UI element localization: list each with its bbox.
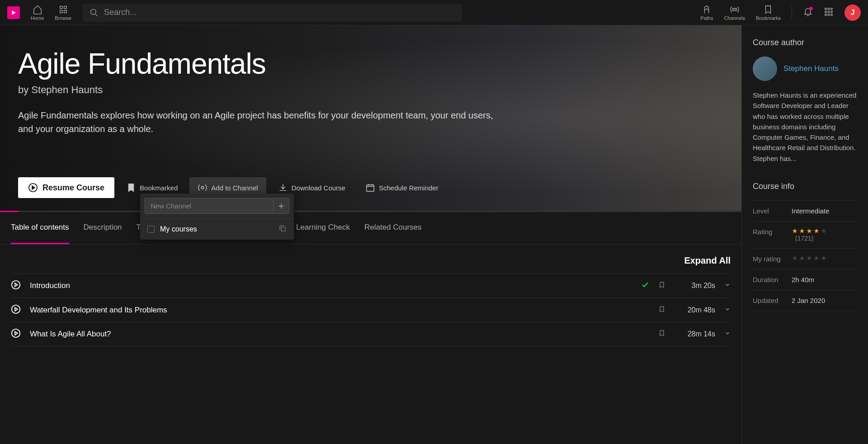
info-value: 2 Jan 2020 [792,297,825,304]
author-avatar[interactable] [753,57,777,81]
nav-browse-label: Browse [55,15,71,21]
toc-row[interactable]: Waterfall Development and Its Problems 2… [11,298,731,322]
svg-point-14 [12,280,20,288]
svg-point-7 [831,11,833,13]
notifications-button[interactable] [803,7,813,19]
bookmark-icon[interactable] [658,280,665,291]
search-icon [90,8,99,17]
toc-row[interactable]: Introduction 3m 20s [11,273,731,298]
info-value: 2h 40m [792,276,814,283]
resume-button[interactable]: Resume Course [18,177,114,198]
play-icon [11,328,21,340]
info-label: Level [753,207,792,215]
svg-point-9 [828,14,830,15]
user-avatar[interactable]: J [844,5,861,21]
channel-item-label: My courses [160,225,197,233]
schedule-label: Schedule Reminder [379,184,439,192]
info-value[interactable] [792,255,827,263]
nav-channels[interactable]: Channels [724,5,745,21]
svg-point-10 [831,14,833,15]
info-myrating: My rating [753,248,857,269]
expand-all-button[interactable]: Expand All [11,245,731,273]
toc-title: What Is Agile All About? [30,330,649,339]
copy-icon[interactable] [278,224,287,234]
author-bio: Stephen Haunts is an experienced Softwar… [753,90,857,164]
svg-point-5 [825,11,827,13]
logo[interactable] [7,6,20,19]
info-label: Rating [753,228,792,242]
apps-button[interactable] [824,7,834,19]
toc-duration: 28m 14s [675,330,715,338]
bookmark-icon[interactable] [658,329,665,340]
info-label: My rating [753,255,792,263]
channel-icon [198,183,208,193]
course-byline: by Stephen Haunts [18,84,723,96]
svg-point-2 [825,8,827,9]
tab-description[interactable]: Description [84,212,122,244]
rating-stars [792,228,827,234]
search-box[interactable] [82,4,462,22]
nav-home[interactable]: Home [31,5,44,21]
my-rating-stars[interactable] [792,255,827,261]
schedule-action[interactable]: Schedule Reminder [357,177,447,198]
svg-point-4 [831,8,833,9]
info-label: Duration [753,276,792,283]
bookmarked-label: Bookmarked [140,184,178,192]
svg-point-8 [825,14,827,15]
nav-bookmarks[interactable]: Bookmarks [756,5,781,21]
nav-browse[interactable]: Browse [55,5,71,21]
svg-point-6 [828,11,830,13]
author-name-link[interactable]: Stephen Haunts [783,64,839,73]
course-description: Agile Fundamentals explores how working … [18,109,497,136]
course-tabs: Table of contents Description Transcript… [0,212,741,245]
toc-row[interactable]: What Is Agile All About? 28m 14s [11,322,731,346]
info-value: Intermediate [792,207,829,215]
svg-point-0 [91,9,96,14]
header-divider [792,5,792,20]
channels-icon [730,5,740,14]
nav-bookmarks-label: Bookmarks [756,15,781,21]
check-icon [641,281,649,291]
new-channel-add-button[interactable] [273,198,289,214]
new-channel-input[interactable] [145,198,273,214]
tab-related-courses[interactable]: Related Courses [364,212,422,244]
info-label: Updated [753,297,792,304]
header: Home Browse Paths Channels Bookmarks [0,0,868,25]
new-channel-row [140,194,294,218]
svg-rect-17 [281,227,285,231]
author-row: Stephen Haunts [753,57,857,81]
avatar-initial: J [851,9,855,17]
chevron-down-icon[interactable] [724,282,731,290]
paths-icon [702,5,712,14]
tab-learning-check[interactable]: Learning Check [296,212,350,244]
svg-point-12 [202,186,204,189]
plus-icon [278,203,285,210]
calendar-icon [365,183,375,193]
toc-title: Introduction [30,281,632,290]
toc-title: Waterfall Development and Its Problems [30,306,649,315]
tab-toc[interactable]: Table of contents [11,212,69,244]
nav-home-label: Home [31,15,44,21]
nav-channels-label: Channels [724,15,745,21]
author-section-title: Course author [753,38,857,47]
svg-point-3 [828,8,830,9]
bookmarks-icon [763,5,773,14]
nav-paths[interactable]: Paths [700,5,713,21]
toc-duration: 3m 20s [675,282,715,290]
nav-paths-label: Paths [700,15,713,21]
download-label: Download Course [292,184,345,192]
channel-list-item[interactable]: My courses [140,218,294,240]
search-input[interactable] [104,8,455,17]
course-title: Agile Fundamentals [18,47,723,80]
channel-checkbox[interactable] [147,226,155,233]
add-channel-dropdown: My courses [140,194,294,240]
bookmark-icon[interactable] [658,305,665,316]
chevron-down-icon[interactable] [724,330,731,338]
download-icon [278,183,288,193]
resume-label: Resume Course [42,183,104,193]
svg-point-15 [12,305,20,313]
play-circle-icon [28,183,38,193]
grid-icon [824,7,834,17]
chevron-down-icon[interactable] [724,306,731,314]
play-icon [11,304,21,316]
